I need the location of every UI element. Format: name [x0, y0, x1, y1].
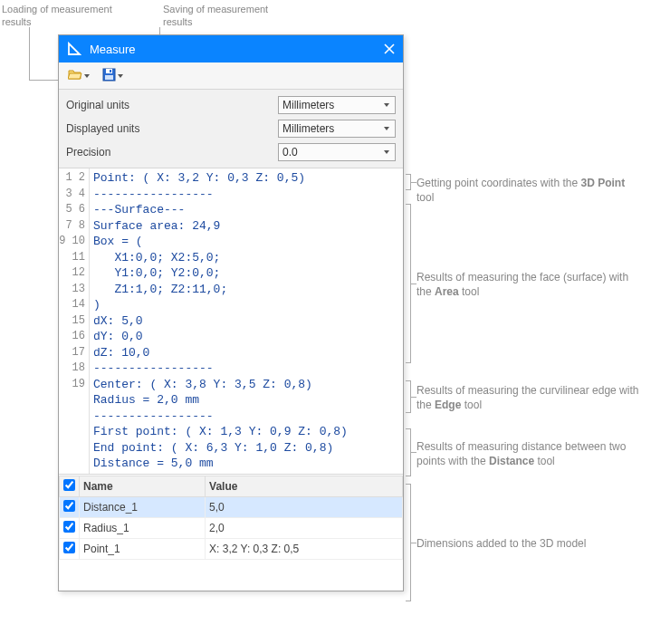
row-checkbox[interactable]: [63, 521, 75, 533]
cell-value: 5,0: [206, 497, 403, 518]
displayed-units-select[interactable]: Millimeters: [278, 120, 396, 138]
annotation-distance: Results of measuring distance between tw…: [416, 439, 643, 468]
annotation-load: Loading of measurement results: [2, 4, 120, 29]
precision-value: 0.0: [282, 146, 298, 159]
toolbar: [59, 62, 403, 90]
table-row[interactable]: Distance_15,0: [60, 497, 403, 518]
cell-name: Distance_1: [80, 497, 206, 518]
chevron-down-icon: [84, 74, 90, 78]
row-checkbox-cell[interactable]: [60, 539, 80, 560]
chevron-down-icon: [384, 103, 389, 107]
cell-name: Radius_1: [80, 518, 206, 539]
precision-select[interactable]: 0.0: [278, 143, 396, 161]
original-units-label: Original units: [66, 99, 278, 111]
cell-value: X: 3,2 Y: 0,3 Z: 0,5: [206, 539, 403, 560]
titlebar[interactable]: Measure: [59, 35, 403, 62]
annotation-save: Saving of measurement results: [163, 4, 281, 29]
floppy-save-icon: [102, 68, 116, 84]
cell-value: 2,0: [206, 518, 403, 539]
displayed-units-value: Millimeters: [282, 122, 334, 135]
row-checkbox[interactable]: [63, 500, 75, 512]
measure-dialog: Measure: [58, 34, 404, 591]
close-button[interactable]: [383, 43, 396, 55]
annotation-3d-point: Getting point coordinates with the 3D Po…: [416, 176, 643, 205]
measurement-log[interactable]: 1 2 3 4 5 6 7 8 9 10 11 12 13 14 15 16 1…: [59, 168, 403, 475]
header-checkbox[interactable]: [63, 479, 75, 491]
column-name[interactable]: Name: [80, 476, 206, 497]
original-units-select[interactable]: Millimeters: [278, 96, 396, 114]
displayed-units-label: Displayed units: [66, 122, 278, 135]
open-button[interactable]: [64, 66, 93, 86]
log-lines: Point: ( X: 3,2 Y: 0,3 Z: 0,5) ---------…: [90, 168, 403, 474]
chevron-down-icon: [384, 127, 389, 130]
callout-line: [29, 27, 30, 80]
table-row[interactable]: Point_1X: 3,2 Y: 0,3 Z: 0,5: [60, 539, 403, 560]
svg-marker-0: [69, 43, 80, 54]
dimensions-grid: Name Value Distance_15,0Radius_12,0Point…: [59, 475, 403, 591]
line-gutter: 1 2 3 4 5 6 7 8 9 10 11 12 13 14 15 16 1…: [59, 168, 90, 474]
row-checkbox-cell[interactable]: [60, 518, 80, 539]
save-button[interactable]: [99, 66, 127, 86]
column-value[interactable]: Value: [206, 476, 403, 497]
window-title: Measure: [90, 43, 136, 56]
annotation-area: Results of measuring the face (surface) …: [416, 270, 643, 299]
header-checkbox-cell[interactable]: [60, 476, 80, 497]
svg-rect-5: [105, 75, 113, 80]
ruler-icon: [66, 41, 82, 57]
cell-name: Point_1: [80, 539, 206, 560]
folder-open-icon: [68, 68, 82, 83]
row-checkbox[interactable]: [63, 542, 75, 553]
table-row[interactable]: Radius_12,0: [60, 518, 403, 539]
chevron-down-icon: [384, 150, 389, 154]
annotation-dimensions: Dimensions added to the 3D model: [416, 536, 643, 551]
original-units-value: Millimeters: [282, 99, 334, 111]
annotation-edge: Results of measuring the curvilinear edg…: [416, 383, 643, 412]
row-checkbox-cell[interactable]: [60, 497, 80, 518]
svg-rect-6: [110, 70, 111, 72]
precision-label: Precision: [66, 146, 278, 159]
chevron-down-icon: [118, 74, 123, 78]
settings-panel: Original units Millimeters Displayed uni…: [59, 90, 403, 168]
